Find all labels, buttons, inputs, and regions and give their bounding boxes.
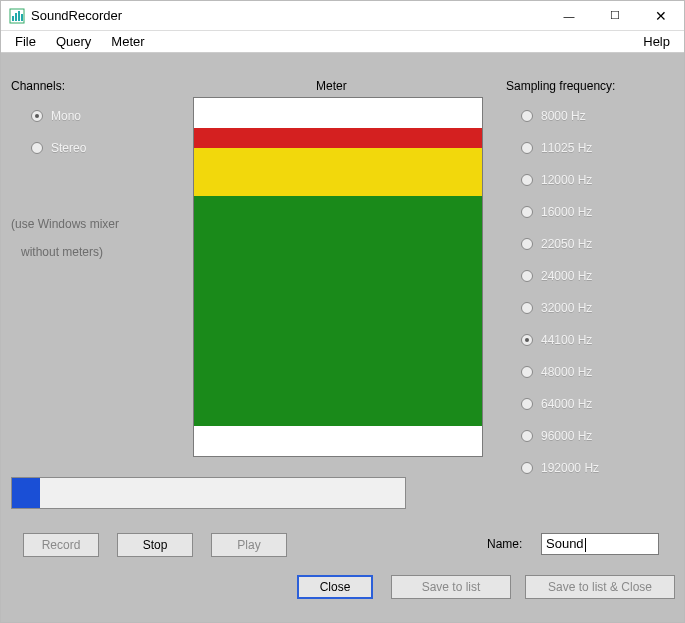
- radio-label: 12000 Hz: [541, 173, 592, 187]
- sampling-option-8000[interactable]: 8000 Hz: [521, 107, 586, 125]
- radio-label: 16000 Hz: [541, 205, 592, 219]
- radio-icon: [31, 142, 43, 154]
- window-title: SoundRecorder: [31, 8, 122, 23]
- sampling-option-32000[interactable]: 32000 Hz: [521, 299, 592, 317]
- radio-icon: [521, 398, 533, 410]
- radio-icon: [521, 142, 533, 154]
- sampling-label: Sampling frequency:: [506, 79, 615, 93]
- close-button[interactable]: Close: [297, 575, 373, 599]
- save-to-list-close-button[interactable]: Save to list & Close: [525, 575, 675, 599]
- sampling-option-44100[interactable]: 44100 Hz: [521, 331, 592, 349]
- name-value: Sound: [546, 536, 584, 551]
- menu-query[interactable]: Query: [46, 32, 101, 51]
- sampling-option-22050[interactable]: 22050 Hz: [521, 235, 592, 253]
- radio-icon: [521, 302, 533, 314]
- radio-label: 24000 Hz: [541, 269, 592, 283]
- sampling-option-16000[interactable]: 16000 Hz: [521, 203, 592, 221]
- minimize-button[interactable]: —: [546, 1, 592, 31]
- radio-label: Mono: [51, 109, 81, 123]
- radio-label: 48000 Hz: [541, 365, 592, 379]
- radio-icon: [521, 206, 533, 218]
- radio-label: 64000 Hz: [541, 397, 592, 411]
- stop-button[interactable]: Stop: [117, 533, 193, 557]
- sampling-option-24000[interactable]: 24000 Hz: [521, 267, 592, 285]
- radio-label: 32000 Hz: [541, 301, 592, 315]
- radio-icon: [521, 334, 533, 346]
- menubar: File Query Meter Help: [1, 31, 684, 53]
- maximize-button[interactable]: ☐: [592, 1, 638, 31]
- meter-display: [193, 97, 483, 457]
- menu-file[interactable]: File: [5, 32, 46, 51]
- radio-label: 11025 Hz: [541, 141, 592, 155]
- sampling-option-12000[interactable]: 12000 Hz: [521, 171, 592, 189]
- channels-option-stereo[interactable]: Stereo: [31, 139, 86, 157]
- client-area: Channels: Mono Stereo (use Windows mixer…: [1, 53, 684, 622]
- menu-help[interactable]: Help: [633, 32, 680, 51]
- radio-label: 192000 Hz: [541, 461, 599, 475]
- recording-progress: [11, 477, 406, 509]
- name-field[interactable]: Sound: [541, 533, 659, 555]
- meter-zone-white-top: [194, 98, 482, 128]
- sampling-option-192000[interactable]: 192000 Hz: [521, 459, 599, 477]
- mixer-note-line2: without meters): [21, 245, 103, 259]
- radio-icon: [521, 430, 533, 442]
- app-icon: [9, 8, 25, 24]
- radio-label: 8000 Hz: [541, 109, 586, 123]
- menu-meter[interactable]: Meter: [101, 32, 154, 51]
- record-button[interactable]: Record: [23, 533, 99, 557]
- channels-option-mono[interactable]: Mono: [31, 107, 81, 125]
- svg-rect-4: [21, 14, 23, 21]
- close-window-button[interactable]: ✕: [638, 1, 684, 31]
- channels-label: Channels:: [11, 79, 65, 93]
- sampling-option-48000[interactable]: 48000 Hz: [521, 363, 592, 381]
- meter-zone-red: [194, 128, 482, 148]
- radio-icon: [521, 238, 533, 250]
- titlebar: SoundRecorder — ☐ ✕: [1, 1, 684, 31]
- radio-icon: [521, 366, 533, 378]
- name-label: Name:: [487, 537, 522, 551]
- radio-icon: [31, 110, 43, 122]
- svg-rect-3: [18, 11, 20, 21]
- meter-zone-white-bottom: [194, 426, 482, 456]
- text-caret-icon: [585, 538, 586, 552]
- app-window: SoundRecorder — ☐ ✕ File Query Meter Hel…: [0, 0, 685, 623]
- radio-label: 44100 Hz: [541, 333, 592, 347]
- save-to-list-button[interactable]: Save to list: [391, 575, 511, 599]
- meter-zone-green: [194, 196, 482, 426]
- radio-icon: [521, 462, 533, 474]
- play-button[interactable]: Play: [211, 533, 287, 557]
- svg-rect-2: [15, 13, 17, 21]
- radio-icon: [521, 174, 533, 186]
- meter-zone-yellow: [194, 148, 482, 196]
- radio-label: 96000 Hz: [541, 429, 592, 443]
- sampling-option-11025[interactable]: 11025 Hz: [521, 139, 592, 157]
- progress-fill: [12, 478, 40, 508]
- meter-label: Meter: [316, 79, 347, 93]
- svg-rect-1: [12, 16, 14, 21]
- sampling-option-96000[interactable]: 96000 Hz: [521, 427, 592, 445]
- radio-label: 22050 Hz: [541, 237, 592, 251]
- sampling-option-64000[interactable]: 64000 Hz: [521, 395, 592, 413]
- radio-icon: [521, 270, 533, 282]
- mixer-note-line1: (use Windows mixer: [11, 217, 119, 231]
- radio-label: Stereo: [51, 141, 86, 155]
- radio-icon: [521, 110, 533, 122]
